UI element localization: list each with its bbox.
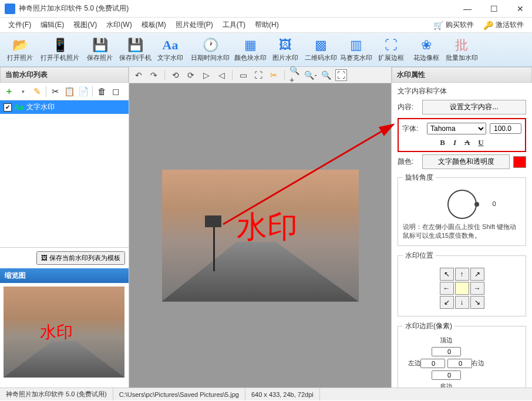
menu-watermark[interactable]: 水印(W) [102,18,136,32]
bold-button[interactable]: B [440,138,445,147]
rotate-handle[interactable] [474,202,479,207]
mosaic-wm-button[interactable]: ▥马赛克水印 [339,34,372,66]
color-swatch[interactable] [513,156,526,168]
add-watermark-button[interactable]: ＋ [4,86,14,97]
set-text-content-button[interactable]: 设置文字内容... [422,100,526,114]
image-wm-label: 图片水印 [272,53,298,62]
checkbox-icon[interactable]: ✔ [4,103,12,112]
open-photo-button[interactable]: 📂打开照片 [4,34,36,66]
rotate-dial[interactable] [447,190,477,219]
maximize-button[interactable]: ☐ [487,3,501,15]
rect-button[interactable]: ▭ [237,69,249,81]
crop-button[interactable]: ✂ [268,69,280,81]
rotate-left-button[interactable]: ⟲ [170,69,181,81]
margin-left-input[interactable] [420,359,445,368]
flower-border-button[interactable]: ❀花边像框 [410,34,443,66]
rotate-legend: 旋转角度 [403,173,436,183]
pos-t[interactable]: ↑ [455,268,469,281]
pos-bl[interactable]: ↙ [440,296,454,309]
menu-file[interactable]: 文件(F) [4,18,36,32]
paste-button[interactable]: 📄 [78,86,89,97]
open-phone-icon: 📱 [51,37,69,53]
batch-wm-icon: 批 [453,37,470,53]
preview-thumbnail[interactable]: 水印 [4,287,124,378]
pos-center[interactable] [455,282,469,295]
clear-button[interactable]: ◻ [110,86,121,97]
key-icon: 🔑 [483,21,493,30]
flip-v-button[interactable]: ◁ [216,69,227,81]
watermark-list-item[interactable]: ✔ Aa 文字水印 [0,100,129,114]
rotate-right-button[interactable]: ⟳ [185,69,197,81]
pos-br[interactable]: ↘ [470,296,484,309]
buy-software-link[interactable]: 🛒 购买软件 [429,18,479,32]
menu-photo-process[interactable]: 照片处理(P) [171,18,218,32]
cut-button[interactable]: ✂ [50,86,60,97]
save-template-button[interactable]: 🖼 保存当前水印列表为模板 [36,251,125,265]
flip-h-button[interactable]: ▷ [200,69,212,81]
expand-border-button[interactable]: ⛶扩展边框 [375,34,408,66]
qr-wm-icon: ▩ [312,37,329,53]
zoom-reset-button[interactable]: 🔍 [320,69,332,81]
minimize-button[interactable]: ― [460,3,475,15]
zoom-in-button[interactable]: 🔍+ [289,69,301,81]
image-wm-button[interactable]: 🖼图片水印 [269,34,302,66]
date-wm-button[interactable]: 🕐日期时间水印 [189,34,231,66]
batch-wm-button[interactable]: 批批量加水印 [445,34,478,66]
menu-view[interactable]: 视图(V) [69,18,102,32]
save-photo-button[interactable]: 💾保存照片 [83,34,116,66]
redo-button[interactable]: ↷ [148,69,160,81]
menu-edit[interactable]: 编辑(E) [36,18,69,32]
mosaic-wm-icon: ▥ [347,37,365,53]
undo-button[interactable]: ↶ [133,69,144,81]
margin-top-input[interactable] [432,347,461,356]
app-icon [5,4,15,14]
save-phone-button[interactable]: 💾保存到手机 [119,34,151,66]
qr-wm-button[interactable]: ▩二维码水印 [304,34,337,66]
underline-button[interactable]: U [478,138,483,147]
font-size-input[interactable] [490,123,521,134]
margin-fieldset: 水印边距(像素) 顶边 左边 右边 底边 [398,321,526,387]
pos-tl[interactable]: ↖ [440,268,454,281]
font-select[interactable]: Tahoma [427,123,486,134]
position-fieldset: 水印位置 ↖ ↑ ↗ ← → ↙ ↓ ↘ [398,251,526,316]
save-phone-label: 保存到手机 [119,53,151,62]
menu-help[interactable]: 帮助(H) [250,18,284,32]
copy-button[interactable]: 📋 [64,86,75,97]
open-phone-button[interactable]: 📱打开手机照片 [39,34,81,66]
flower-border-icon: ❀ [417,37,435,53]
block-wm-button[interactable]: ▦颜色块水印 [234,34,267,66]
menu-tools[interactable]: 工具(T) [218,18,250,32]
canvas-image[interactable]: 水印 [162,170,359,302]
rotate-value: 0 [492,200,496,207]
edit-watermark-button[interactable]: ✎ [32,86,42,97]
menu-template[interactable]: 模板(M) [137,18,171,32]
italic-button[interactable]: I [453,138,456,147]
delete-button[interactable]: 🗑 [96,86,107,97]
save-template-row: 🖼 保存当前水印列表为模板 [0,247,129,268]
block-wm-icon: ▦ [241,37,259,53]
main-toolbar: 📂打开照片📱打开手机照片💾保存照片💾保存到手机Aa文字水印🕐日期时间水印▦颜色块… [0,33,532,67]
pos-l[interactable]: ← [440,282,454,295]
pos-tr[interactable]: ↗ [470,268,484,281]
color-opacity-button[interactable]: 文字颜色和透明度 [422,154,510,169]
close-button[interactable]: ✕ [513,3,527,15]
canvas-area[interactable]: 水印 [129,83,391,387]
activate-software-link[interactable]: 🔑 激活软件 [479,18,528,32]
pos-b[interactable]: ↓ [455,296,469,309]
status-info: 640 x 433, 24b, 72dpi [245,388,320,400]
rotate-hint: 说明：在左侧小圆点上按住 Shift 键拖动鼠标可以生成15度倍数角。 [403,223,521,241]
fit-button[interactable]: ⛶ [252,69,264,81]
pos-r[interactable]: → [470,282,484,295]
zoom-out-button[interactable]: 🔍- [305,69,316,81]
font-label: 字体: [402,124,423,134]
window-title: 神奇照片加水印软件 5.0 (免费试用) [19,4,460,14]
margin-right-input[interactable] [447,359,472,368]
strike-button[interactable]: A [464,138,470,147]
properties-header: 水印属性 [392,67,532,83]
zoom-fit-button[interactable]: ⛶ [335,69,347,81]
canvas-toolbar: ↶ ↷ ⟲ ⟳ ▷ ◁ ▭ ⛶ ✂ 🔍+ 🔍- 🔍 ⛶ [129,67,391,83]
margin-bottom-input[interactable] [432,370,461,380]
dropdown-icon[interactable]: ▾ [18,86,28,97]
canvas-watermark-text[interactable]: 水印 [237,207,298,248]
text-wm-button[interactable]: Aa文字水印 [154,34,187,66]
